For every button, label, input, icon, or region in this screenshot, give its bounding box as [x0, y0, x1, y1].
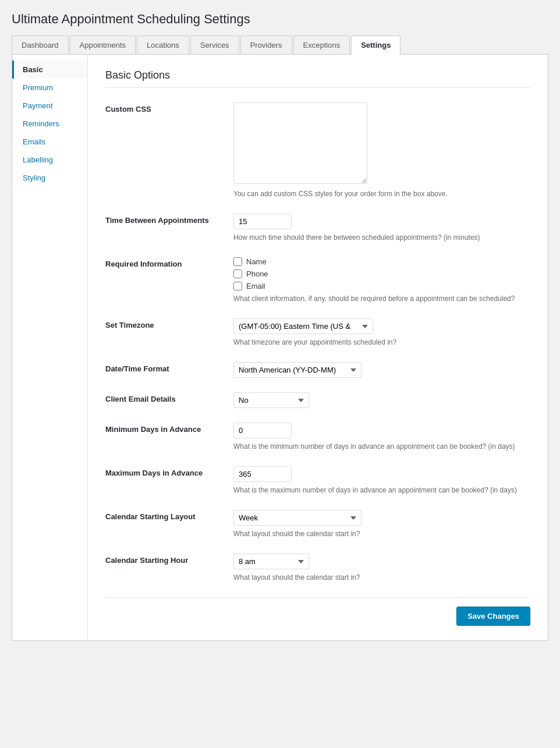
checkbox-email[interactable] [233, 282, 242, 290]
timezone-field: (GMT-05:00) Eastern Time (US & What time… [233, 318, 530, 348]
calendar-layout-field: Week Month Day What layout should the ca… [233, 510, 530, 539]
tab-dashboard[interactable]: Dashboard [12, 36, 69, 54]
timezone-label: Set Timezone [105, 318, 233, 329]
content-wrapper: Basic Premium Payment Reminders Emails L… [12, 55, 548, 641]
tab-appointments[interactable]: Appointments [70, 36, 136, 54]
sidebar: Basic Premium Payment Reminders Emails L… [12, 55, 88, 640]
custom-css-field: You can add custom CSS styles for your o… [233, 102, 530, 199]
checkbox-phone-item: Phone [233, 270, 530, 278]
checkbox-email-label: Email [246, 282, 265, 290]
datetime-format-field: North American (YY-DD-MM) [233, 362, 530, 378]
checkbox-phone[interactable] [233, 270, 242, 278]
max-days-label: Maximum Days in Advance [105, 466, 233, 477]
sidebar-item-labelling[interactable]: Labelling [12, 151, 87, 169]
sidebar-item-payment[interactable]: Payment [12, 97, 87, 115]
main-content: Basic Options Custom CSS You can add cus… [88, 55, 548, 640]
client-email-field: No Yes [233, 392, 530, 408]
calendar-hour-field: 8 am 9 am 10 am What layout should the c… [233, 554, 530, 583]
checkbox-phone-label: Phone [246, 270, 268, 278]
max-days-help: What is the maximum number of days in ad… [233, 485, 524, 495]
sidebar-item-premium[interactable]: Premium [12, 79, 87, 97]
tab-exceptions[interactable]: Exceptions [293, 36, 350, 54]
min-days-help: What is the minimum number of days in ad… [233, 441, 524, 452]
time-between-field: How much time should there be between sc… [233, 214, 530, 243]
checkbox-name-item: Name [233, 257, 530, 266]
calendar-layout-help: What layout should the calendar start in… [233, 529, 524, 539]
required-info-help: What client information, if any, should … [233, 293, 524, 304]
required-info-label: Required Information [105, 257, 233, 268]
sidebar-item-emails[interactable]: Emails [12, 133, 87, 151]
sidebar-item-styling[interactable]: Styling [12, 169, 87, 187]
save-button-row: Save Changes [105, 597, 530, 626]
nav-tabs: Dashboard Appointments Locations Service… [12, 36, 548, 55]
timezone-select[interactable]: (GMT-05:00) Eastern Time (US & [233, 318, 373, 334]
datetime-format-row: Date/Time Format North American (YY-DD-M… [105, 362, 530, 378]
custom-css-label: Custom CSS [105, 102, 233, 114]
max-days-row: Maximum Days in Advance What is the maxi… [105, 466, 530, 495]
tab-locations[interactable]: Locations [137, 36, 189, 54]
calendar-hour-row: Calendar Starting Hour 8 am 9 am 10 am W… [105, 554, 530, 583]
calendar-hour-label: Calendar Starting Hour [105, 554, 233, 565]
min-days-label: Minimum Days in Advance [105, 423, 233, 434]
tab-providers[interactable]: Providers [240, 36, 292, 54]
required-info-field: Name Phone Email What client information… [233, 257, 530, 304]
required-info-row: Required Information Name Phone Email [105, 257, 530, 304]
client-email-label: Client Email Details [105, 392, 233, 403]
datetime-format-select[interactable]: North American (YY-DD-MM) [233, 362, 361, 378]
max-days-input[interactable] [233, 466, 292, 482]
datetime-format-label: Date/Time Format [105, 362, 233, 373]
checkbox-name[interactable] [233, 257, 242, 266]
calendar-layout-select[interactable]: Week Month Day [233, 510, 361, 526]
time-between-input[interactable] [233, 214, 292, 229]
tab-services[interactable]: Services [190, 36, 239, 54]
time-between-help: How much time should there be between sc… [233, 232, 524, 243]
custom-css-help: You can add custom CSS styles for your o… [233, 189, 524, 199]
sidebar-item-basic[interactable]: Basic [12, 61, 87, 79]
time-between-label: Time Between Appointments [105, 214, 233, 225]
checkbox-email-item: Email [233, 282, 530, 290]
custom-css-row: Custom CSS You can add custom CSS styles… [105, 102, 530, 199]
max-days-field: What is the maximum number of days in ad… [233, 466, 530, 495]
page-title: Ultimate Appointment Scheduling Settings [12, 12, 548, 27]
save-button[interactable]: Save Changes [456, 607, 530, 626]
min-days-input[interactable] [233, 423, 292, 438]
time-between-row: Time Between Appointments How much time … [105, 214, 530, 243]
timezone-help: What timezone are your appointments sche… [233, 337, 524, 348]
checkbox-name-label: Name [246, 257, 267, 266]
tab-settings[interactable]: Settings [351, 36, 400, 55]
timezone-row: Set Timezone (GMT-05:00) Eastern Time (U… [105, 318, 530, 348]
sidebar-item-reminders[interactable]: Reminders [12, 115, 87, 133]
required-info-checkboxes: Name Phone Email [233, 257, 530, 290]
custom-css-input[interactable] [233, 102, 367, 184]
client-email-select[interactable]: No Yes [233, 392, 309, 408]
client-email-row: Client Email Details No Yes [105, 392, 530, 408]
section-title: Basic Options [105, 69, 530, 88]
calendar-layout-row: Calendar Starting Layout Week Month Day … [105, 510, 530, 539]
calendar-layout-label: Calendar Starting Layout [105, 510, 233, 521]
calendar-hour-help: What layout should the calendar start in… [233, 572, 524, 583]
min-days-field: What is the minimum number of days in ad… [233, 423, 530, 452]
calendar-hour-select[interactable]: 8 am 9 am 10 am [233, 554, 309, 569]
min-days-row: Minimum Days in Advance What is the mini… [105, 423, 530, 452]
